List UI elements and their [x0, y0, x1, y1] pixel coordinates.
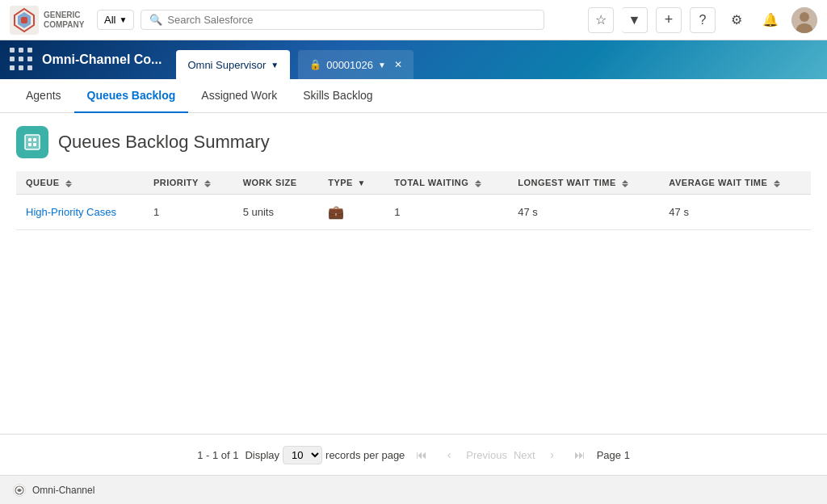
main-content: Agents Queues Backlog Assigned Work Skil…	[0, 79, 827, 475]
pagination: 1 - 1 of 1 Display 10 25 50 records per …	[0, 434, 827, 475]
notifications-icon[interactable]: 🔔	[758, 7, 783, 33]
tabs-bar: Agents Queues Backlog Assigned Work Skil…	[0, 79, 827, 113]
col-queue[interactable]: QUEUE	[16, 171, 144, 195]
col-work-size: WORK SIZE	[233, 171, 319, 195]
page-title: Queues Backlog Summary	[58, 132, 270, 153]
page-indicator: Page 1	[597, 449, 630, 461]
average-wait-sort-icon	[774, 180, 780, 187]
col-longest-wait[interactable]: LONGEST WAIT TIME	[508, 171, 659, 195]
case-tab-label: 00001026	[326, 59, 373, 71]
lock-icon: 🔒	[309, 59, 321, 70]
display-select: Display 10 25 50 records per page	[245, 446, 405, 464]
col-type[interactable]: TYPE ▼	[318, 171, 384, 195]
app-tab-case[interactable]: 🔒 00001026 ▼ ✕	[298, 50, 414, 79]
page-header-icon	[16, 126, 48, 158]
briefcase-icon: 💼	[328, 205, 344, 219]
add-icon[interactable]: +	[656, 7, 682, 33]
longest-wait-cell: 47 s	[508, 195, 659, 230]
setup-icon[interactable]: ⚙	[724, 7, 749, 33]
app-tab-omni-supervisor[interactable]: Omni Supervisor ▼	[176, 50, 290, 79]
favorites-icon[interactable]: ☆	[588, 7, 614, 33]
company-logo: GENERIC COMPANY	[10, 6, 84, 35]
display-label: Display	[245, 449, 279, 461]
last-page-button[interactable]: ⏭	[569, 444, 590, 465]
type-cell: 💼	[318, 195, 384, 230]
records-label: records per page	[325, 449, 405, 461]
tab-assigned-work[interactable]: Assigned Work	[188, 79, 290, 113]
app-bar: Omni-Channel Co... Omni Supervisor ▼ 🔒 0…	[0, 40, 827, 79]
col-priority[interactable]: PRIORITY	[144, 171, 233, 195]
total-waiting-sort-icon	[475, 180, 481, 187]
table-header-row: QUEUE PRIORITY WORK	[16, 171, 811, 195]
status-label: Omni-Channel	[32, 485, 94, 496]
search-icon: 🔍	[149, 14, 162, 26]
queue-sort-icon	[65, 180, 72, 187]
page-header: Queues Backlog Summary	[16, 126, 811, 158]
favorites-dropdown-icon[interactable]: ▼	[622, 7, 648, 33]
all-dropdown[interactable]: All ▼	[97, 10, 134, 30]
svg-rect-9	[33, 138, 36, 141]
col-total-waiting[interactable]: TOTAL WAITING	[384, 171, 508, 195]
case-tab-close-icon[interactable]: ✕	[394, 59, 402, 70]
top-navigation: GENERIC COMPANY All ▼ 🔍 ☆ ▼ + ? ⚙ 🔔	[0, 0, 827, 40]
svg-rect-7	[25, 135, 40, 149]
nav-icons: ☆ ▼ + ? ⚙ 🔔	[588, 7, 817, 33]
svg-rect-10	[28, 143, 31, 146]
dropdown-arrow-icon: ▼	[119, 15, 127, 24]
data-table: QUEUE PRIORITY WORK	[16, 171, 811, 230]
help-icon[interactable]: ?	[690, 7, 716, 33]
search-bar: 🔍	[141, 10, 544, 30]
tab-agents[interactable]: Agents	[13, 79, 74, 113]
avatar[interactable]	[791, 7, 817, 33]
app-bar-title: Omni-Channel Co...	[42, 52, 162, 67]
svg-rect-8	[28, 138, 31, 141]
omni-channel-icon	[13, 484, 26, 497]
tab-queues-backlog[interactable]: Queues Backlog	[74, 79, 189, 113]
company-name: GENERIC COMPANY	[44, 10, 84, 30]
queue-cell: High-Priority Cases	[16, 195, 144, 230]
pagination-count: 1 - 1 of 1	[197, 449, 238, 461]
queue-link[interactable]: High-Priority Cases	[26, 206, 116, 218]
col-average-wait[interactable]: AVERAGE WAIT TIME	[659, 171, 811, 195]
search-input[interactable]	[167, 14, 535, 26]
type-filter-icon: ▼	[357, 178, 365, 187]
svg-rect-11	[33, 143, 36, 146]
svg-rect-3	[21, 17, 27, 23]
app-tab-label: Omni Supervisor	[187, 59, 266, 71]
average-wait-cell: 47 s	[659, 195, 811, 230]
grid-menu-icon[interactable]	[10, 48, 34, 72]
work-size-cell: 5 units	[233, 195, 319, 230]
per-page-select[interactable]: 10 25 50	[283, 446, 322, 464]
tab-dropdown-arrow-icon: ▼	[271, 61, 279, 69]
previous-text-button[interactable]: Previous	[466, 449, 507, 461]
status-bar: Omni-Channel	[0, 475, 827, 504]
next-page-button[interactable]: ›	[542, 444, 563, 465]
priority-cell: 1	[144, 195, 233, 230]
tab-skills-backlog[interactable]: Skills Backlog	[290, 79, 385, 113]
prev-page-button[interactable]: ‹	[439, 444, 460, 465]
total-waiting-cell: 1	[384, 195, 508, 230]
longest-wait-sort-icon	[622, 180, 628, 187]
first-page-button[interactable]: ⏮	[411, 444, 432, 465]
priority-sort-icon	[204, 180, 211, 187]
table-row: High-Priority Cases 1 5 units 💼 1 47 s 4…	[16, 195, 811, 230]
all-label: All	[104, 14, 115, 26]
svg-point-5	[800, 12, 809, 22]
next-text-button[interactable]: Next	[514, 449, 535, 461]
case-tab-dropdown-icon: ▼	[378, 61, 386, 69]
page-content: Queues Backlog Summary QUEUE PRIORITY	[0, 113, 827, 434]
